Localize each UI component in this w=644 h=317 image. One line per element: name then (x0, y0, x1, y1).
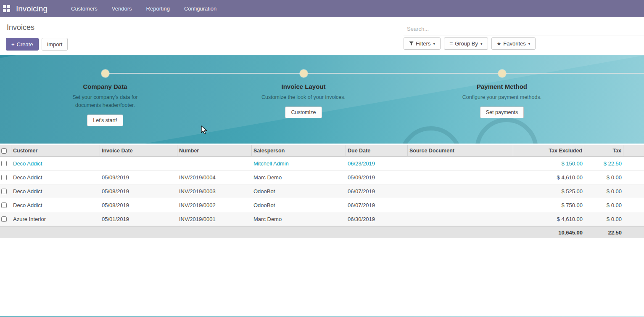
row-checkbox-cell (0, 184, 11, 198)
cell-tax-excluded: $ 150.00 (513, 157, 584, 170)
search-filter-bar: Filters ▾ ≡ Group By ▾ ★ Favorites ▾ (404, 37, 536, 50)
cell-due-date: 06/07/2019 (346, 198, 408, 212)
group-by-icon: ≡ (449, 40, 453, 47)
cell-tax-excluded: $ 4,610.00 (513, 170, 584, 184)
cell-salesperson: Marc Demo (252, 212, 346, 226)
row-checkbox-cell (0, 198, 11, 212)
header-customer[interactable]: Customer (11, 145, 100, 156)
header-tax[interactable]: Tax (584, 145, 623, 156)
cell-salesperson: Marc Demo (252, 170, 346, 184)
cell-tax: $ 0.00 (584, 184, 623, 198)
header-salesperson[interactable]: Salesperson (252, 145, 346, 156)
table-row[interactable]: Deco Addict Mitchell Admin 06/23/2019 $ … (0, 157, 644, 170)
menu-reporting[interactable]: Reporting (146, 5, 170, 12)
cell-customer: Azure Interior (11, 212, 100, 226)
cell-number: INV/2019/0004 (177, 170, 252, 184)
main-menu: Customers Vendors Reporting Configuratio… (71, 5, 216, 12)
step-title: Invoice Layout (281, 83, 325, 90)
cell-tax: $ 22.50 (584, 157, 623, 170)
cell-trailing (623, 170, 644, 184)
select-all-checkbox[interactable] (1, 148, 7, 154)
menu-customers[interactable]: Customers (71, 5, 98, 12)
search-input[interactable] (404, 23, 644, 35)
invoice-list: Customer Invoice Date Number Salesperson… (0, 145, 644, 238)
create-button[interactable]: + Create (6, 38, 39, 51)
table-row[interactable]: Deco Addict 05/08/2019 INV/2019/0002 Odo… (0, 198, 644, 212)
header-invoice-date[interactable]: Invoice Date (100, 145, 177, 156)
onboarding-step-payment-method: Payment Method Configure your payment me… (435, 55, 569, 118)
cell-invoice-date: 05/08/2019 (100, 184, 177, 198)
total-empty-cell (177, 226, 252, 238)
cell-trailing (623, 184, 644, 198)
menu-vendors[interactable]: Vendors (112, 5, 132, 12)
favorites-dropdown[interactable]: ★ Favorites ▾ (491, 37, 536, 50)
star-icon: ★ (497, 41, 501, 47)
cell-tax: $ 0.00 (584, 198, 623, 212)
total-empty-cell (100, 226, 177, 238)
step-description: Customize the look of your invoices. (261, 93, 346, 101)
row-checkbox[interactable] (1, 202, 7, 208)
total-empty-cell (11, 226, 100, 238)
cell-number: INV/2019/0001 (177, 212, 252, 226)
cell-customer: Deco Addict (11, 157, 100, 170)
step-dot (300, 69, 308, 77)
table-row[interactable]: Deco Addict 05/08/2019 INV/2019/0003 Odo… (0, 184, 644, 198)
customize-button[interactable]: Customize (285, 107, 322, 118)
cell-source-document (408, 184, 513, 198)
import-button-label: Import (47, 41, 63, 48)
chevron-down-icon: ▾ (433, 42, 435, 46)
cell-invoice-date (100, 157, 177, 170)
header-tax-excluded[interactable]: Tax Excluded (513, 145, 584, 156)
step-description: Configure your payment methods. (462, 93, 541, 101)
app-name[interactable]: Invoicing (16, 4, 48, 13)
table-total-row: 10,645.00 22.50 (0, 226, 644, 238)
table-row[interactable]: Azure Interior 05/01/2019 INV/2019/0001 … (0, 212, 644, 226)
cell-salesperson: Mitchell Admin (252, 157, 346, 170)
cell-tax: $ 0.00 (584, 212, 623, 226)
cell-salesperson: OdooBot (252, 184, 346, 198)
row-checkbox[interactable] (1, 216, 7, 222)
cell-due-date: 06/23/2019 (346, 157, 408, 170)
cell-number (177, 157, 252, 170)
cell-trailing (623, 212, 644, 226)
apps-menu-button[interactable] (0, 0, 13, 17)
step-title: Payment Method (477, 83, 527, 90)
header-source-document[interactable]: Source Document (408, 145, 513, 156)
table-row[interactable]: Deco Addict 05/09/2019 INV/2019/0004 Mar… (0, 170, 644, 184)
row-checkbox-cell (0, 170, 11, 184)
cell-tax-excluded: $ 4,610.00 (513, 212, 584, 226)
row-checkbox[interactable] (1, 175, 7, 180)
set-payments-button[interactable]: Set payments (480, 107, 524, 118)
cell-invoice-date: 05/08/2019 (100, 198, 177, 212)
row-checkbox[interactable] (1, 189, 7, 194)
table-header: Customer Invoice Date Number Salesperson… (0, 145, 644, 157)
header-number[interactable]: Number (177, 145, 252, 156)
cell-due-date: 06/30/2019 (346, 212, 408, 226)
glasses-decoration (399, 126, 462, 144)
cell-due-date: 06/07/2019 (346, 184, 408, 198)
cell-customer: Deco Addict (11, 184, 100, 198)
row-checkbox-cell (0, 157, 11, 170)
onboarding-step-company-data: Company Data Set your company's data for… (38, 55, 172, 126)
cell-invoice-date: 05/01/2019 (100, 212, 177, 226)
plus-icon: + (11, 41, 15, 48)
cell-number: INV/2019/0003 (177, 184, 252, 198)
filters-dropdown[interactable]: Filters ▾ (404, 37, 441, 50)
menu-configuration[interactable]: Configuration (184, 5, 216, 12)
cell-trailing (623, 157, 644, 170)
total-tax-excluded: 10,645.00 (513, 226, 584, 238)
step-description: Set your company's data for documents he… (60, 93, 150, 109)
group-by-label: Group By (455, 40, 478, 47)
cell-customer: Deco Addict (11, 170, 100, 184)
row-checkbox[interactable] (1, 161, 7, 166)
action-buttons: + Create Import (6, 38, 68, 51)
header-due-date[interactable]: Due Date (346, 145, 408, 156)
lets-start-button[interactable]: Let's start! (87, 115, 123, 126)
onboarding-banner: Company Data Set your company's data for… (0, 55, 644, 144)
import-button[interactable]: Import (42, 38, 68, 51)
search-box (404, 23, 644, 35)
glasses-decoration (475, 118, 538, 144)
cell-tax: $ 0.00 (584, 170, 623, 184)
create-button-label: Create (17, 41, 33, 48)
group-by-dropdown[interactable]: ≡ Group By ▾ (444, 37, 488, 50)
